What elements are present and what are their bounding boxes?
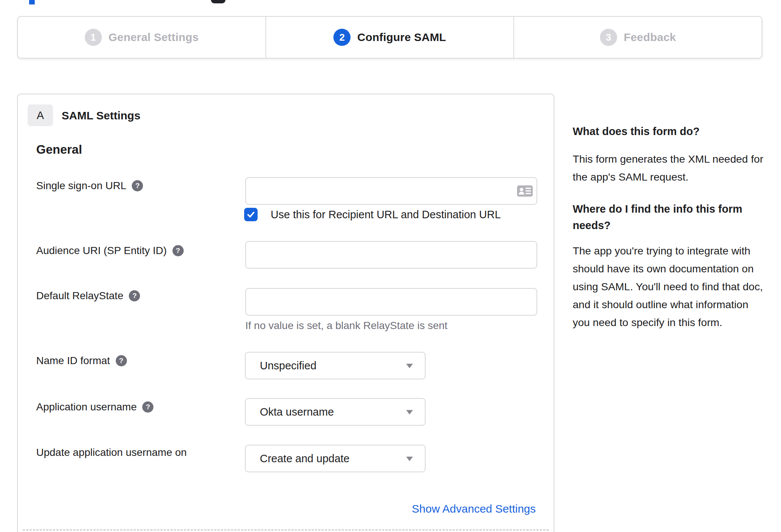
update-application-username-select[interactable]: Create and update [245,445,426,472]
audience-uri-label: Audience URI (SP Entity ID) [36,244,184,257]
application-username-select[interactable]: Okta username [245,398,426,426]
sidebar-question-2: Where do I find the info this form needs… [573,201,767,234]
step-2-number-badge: 2 [333,29,351,46]
name-id-format-label: Name ID format [36,354,127,367]
single-sign-on-url-input[interactable] [245,177,537,205]
address-card-icon[interactable] [517,185,533,197]
relaystate-helper-text: If no value is set, a blank RelayState i… [245,320,448,332]
caret-down-icon [406,457,413,461]
step-2-label: Configure SAML [357,31,446,44]
application-username-value: Okta username [260,406,334,418]
saml-settings-panel: A SAML Settings General Single sign-on U… [17,94,554,532]
step-1-number-badge: 1 [85,29,102,46]
cropped-ui-fragment-dark [211,0,225,3]
application-username-label: Application username [36,401,153,413]
recipient-url-checkbox[interactable] [244,208,258,221]
cropped-ui-fragment-blue [29,0,35,4]
caret-down-icon [406,410,413,414]
single-sign-on-url-label-text: Single sign-on URL [36,180,126,192]
configure-saml-page: 1 General Settings 2 Configure SAML 3 Fe… [0,0,781,532]
step-general-settings[interactable]: 1 General Settings [18,17,265,58]
sidebar-answer-2: The app you're trying to integrate with … [573,242,767,331]
recipient-url-checkbox-label: Use this for Recipient URL and Destinati… [271,209,501,221]
name-id-format-label-text: Name ID format [36,355,110,367]
section-a-badge: A [28,104,53,126]
step-3-label: Feedback [624,31,676,44]
question-mark-icon[interactable] [116,355,127,366]
default-relaystate-input[interactable] [245,288,537,316]
step-3-number-badge: 3 [600,29,617,46]
help-sidebar: What does this form do? This form genera… [573,123,767,331]
question-mark-icon[interactable] [129,290,140,301]
sidebar-answer-1: This form generates the XML needed for t… [573,150,767,186]
question-mark-icon[interactable] [142,401,153,413]
panel-title: SAML Settings [62,109,140,122]
application-username-label-text: Application username [36,401,137,413]
question-mark-icon[interactable] [172,245,184,256]
show-advanced-settings-link[interactable]: Show Advanced Settings [412,503,536,515]
audience-uri-input[interactable] [245,241,537,269]
step-feedback[interactable]: 3 Feedback [513,17,762,58]
name-id-format-value: Unspecified [260,360,317,372]
advanced-settings-divider [23,529,549,531]
single-sign-on-url-label: Single sign-on URL [36,179,143,192]
general-section-heading: General [36,143,82,157]
default-relaystate-label: Default RelayState [36,290,140,302]
audience-uri-label-text: Audience URI (SP Entity ID) [36,245,167,257]
update-application-username-label: Update application username on [36,446,187,459]
step-1-label: General Settings [109,31,199,44]
default-relaystate-label-text: Default RelayState [36,290,123,302]
sidebar-question-1: What does this form do? [573,123,767,140]
name-id-format-select[interactable]: Unspecified [245,352,426,379]
update-application-username-value: Create and update [260,453,349,465]
wizard-stepper: 1 General Settings 2 Configure SAML 3 Fe… [17,16,762,59]
question-mark-icon[interactable] [132,180,143,191]
update-application-username-label-text: Update application username on [36,447,187,459]
checkmark-icon [246,210,256,219]
caret-down-icon [406,364,413,368]
step-configure-saml[interactable]: 2 Configure SAML [265,17,514,58]
